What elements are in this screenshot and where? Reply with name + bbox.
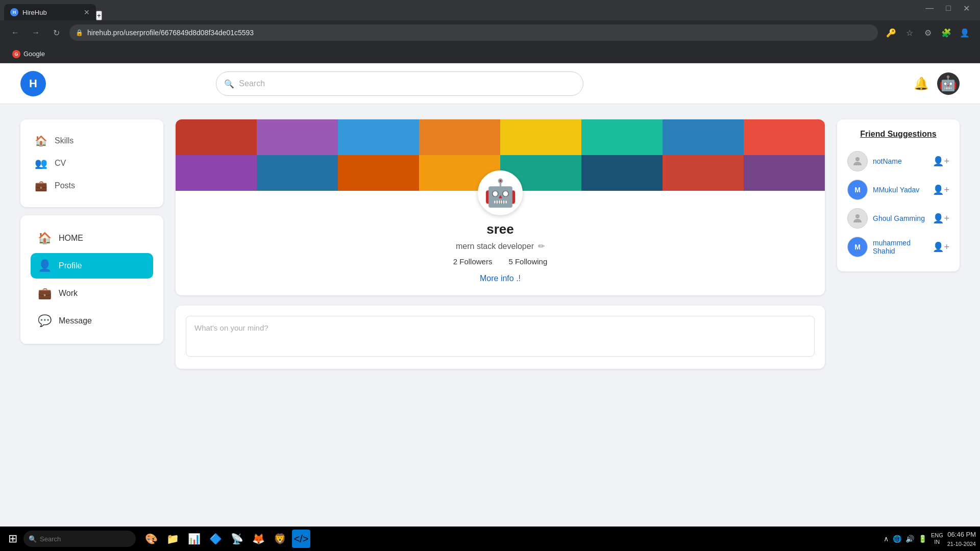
friend-avatar-2 (847, 208, 868, 229)
following-count: 5 Following (508, 257, 547, 266)
taskbar-clock[interactable]: 06:46 PM 21-10-2024 (947, 530, 976, 548)
taskbar-search-input[interactable] (23, 531, 136, 547)
taskbar-apps: 🎨 📁 📊 🔷 📡 🦊 🦁 </> (142, 530, 310, 548)
taskbar-app-signal[interactable]: 📡 (228, 530, 246, 548)
chevron-up-icon[interactable]: ∧ (884, 535, 889, 543)
left-sidebar: 🏠 Skills 👥 CV 💼 Posts (20, 119, 163, 511)
friend-suggestions-card: Friend Suggestions notName 👤+ M MMukul Y… (837, 119, 960, 271)
battery-icon[interactable]: 🔋 (918, 535, 927, 543)
center-content: 🤖 sree mern stack developer ✏ 2 Follower… (176, 119, 825, 511)
taskbar-app-folder[interactable]: 📁 (163, 530, 182, 548)
taskbar-app-chart[interactable]: 📊 (185, 530, 203, 548)
settings-icon[interactable]: ⚙ (921, 26, 935, 40)
friend-avatar-3: M (847, 237, 868, 257)
friend-avatar-1: M (847, 180, 868, 200)
sidebar-item-cv[interactable]: 👥 CV (31, 152, 153, 174)
sidebar-item-home[interactable]: 🏠 HOME (31, 226, 153, 251)
friend-item-0: notName 👤+ (847, 147, 949, 176)
clock-time: 06:46 PM (947, 530, 976, 540)
taskbar-app-paint[interactable]: 🎨 (142, 530, 160, 548)
url-display: hirehub.pro/userprofile/6676849d8d08f34d… (87, 29, 872, 37)
message-nav-icon: 💬 (38, 314, 52, 328)
friend-name-1[interactable]: MMukul Yadav (873, 186, 927, 194)
sound-icon[interactable]: 🔊 (905, 535, 914, 543)
profile-name: sree (188, 221, 813, 237)
add-friend-button-3[interactable]: 👤+ (933, 241, 949, 253)
app-logo[interactable]: H (20, 71, 46, 96)
followers-row: 2 Followers 5 Following (188, 257, 813, 266)
profile-avatar[interactable]: 🤖 (478, 170, 523, 215)
avatar-emoji: 🤖 (939, 75, 957, 92)
taskbar-app-brave[interactable]: 🦁 (271, 530, 289, 548)
friend-name-0[interactable]: notName (873, 157, 927, 165)
app-header: H 🔍 🔔 🤖 (0, 63, 980, 104)
profile-info: sree mern stack developer ✏ 2 Followers … (176, 215, 825, 295)
taskbar-right: ∧ 🌐 🔊 🔋 ENGIN 06:46 PM 21-10-2024 (884, 530, 976, 548)
sidebar-item-message[interactable]: 💬 Message (31, 308, 153, 334)
extension-icon[interactable]: 🧩 (939, 26, 953, 40)
sidebar-top-card: 🏠 Skills 👥 CV 💼 Posts (20, 119, 163, 207)
friend-avatar-0 (847, 151, 868, 171)
add-friend-button-2[interactable]: 👤+ (933, 213, 949, 224)
tab-close-button[interactable]: ✕ (84, 8, 90, 16)
right-sidebar: Friend Suggestions notName 👤+ M MMukul Y… (837, 119, 960, 511)
profile-nav-icon: 👤 (38, 259, 52, 272)
clock-date: 21-10-2024 (947, 540, 976, 548)
friend-name-3[interactable]: muhammed Shahid (873, 239, 927, 255)
svg-point-1 (855, 214, 860, 218)
home-nav-icon: 🏠 (38, 232, 52, 245)
sidebar-item-posts[interactable]: 💼 Posts (31, 174, 153, 197)
more-info-button[interactable]: More info .! (480, 274, 521, 283)
notification-button[interactable]: 🔔 (914, 77, 929, 91)
friend-name-2[interactable]: Ghoul Gamming (873, 214, 927, 222)
close-button[interactable]: ✕ (957, 0, 976, 20)
tab-favicon: H (10, 8, 18, 16)
minimize-button[interactable]: — (919, 0, 940, 20)
svg-point-0 (855, 157, 860, 161)
sidebar-item-work[interactable]: 💼 Work (31, 281, 153, 306)
toolbar-icons: 🔑 ☆ ⚙ 🧩 👤 (884, 26, 972, 40)
network-icon[interactable]: 🌐 (893, 535, 901, 543)
language-indicator[interactable]: ENGIN (931, 532, 943, 545)
bookmark-google[interactable]: G Google (8, 48, 49, 60)
taskbar-app-blue[interactable]: 🔷 (206, 530, 225, 548)
profile-icon[interactable]: 👤 (958, 26, 972, 40)
search-bar-wrap: 🔍 (216, 71, 583, 96)
add-friend-button-0[interactable]: 👤+ (933, 156, 949, 167)
add-friend-button-1[interactable]: 👤+ (933, 184, 949, 195)
taskbar-app-vscode[interactable]: </> (292, 530, 310, 548)
user-avatar[interactable]: 🤖 (937, 72, 960, 95)
post-textarea[interactable] (186, 316, 815, 357)
taskbar-app-firefox[interactable]: 🦊 (249, 530, 267, 548)
bookmarks-bar: G Google (0, 45, 980, 63)
taskbar-search-icon: 🔍 (29, 535, 37, 543)
profile-bio: mern stack developer (456, 242, 534, 251)
reload-button[interactable]: ↻ (49, 26, 63, 40)
taskbar-sys-icons: ∧ 🌐 🔊 🔋 ENGIN (884, 532, 943, 545)
new-tab-button[interactable]: + (96, 11, 102, 20)
password-icon[interactable]: 🔑 (884, 26, 898, 40)
search-input[interactable] (216, 71, 583, 96)
home-icon: 🏠 (35, 135, 47, 147)
start-button[interactable]: ⊞ (4, 532, 21, 545)
main-layout: 🏠 Skills 👥 CV 💼 Posts (0, 104, 980, 527)
sidebar-posts-label: Posts (55, 181, 75, 190)
back-button[interactable]: ← (8, 26, 22, 40)
sidebar-home-label: HOME (59, 234, 83, 243)
bookmark-icon[interactable]: ☆ (902, 26, 917, 40)
address-bar: ← → ↻ 🔒 hirehub.pro/userprofile/6676849d… (0, 20, 980, 45)
edit-bio-icon[interactable]: ✏ (538, 241, 545, 251)
app-content: H 🔍 🔔 🤖 🏠 Skills (0, 63, 980, 527)
maximize-button[interactable]: □ (940, 0, 957, 20)
header-right: 🔔 🤖 (914, 72, 960, 95)
profile-bio-row: mern stack developer ✏ (188, 241, 813, 251)
profile-avatar-wrap: 🤖 (176, 170, 825, 215)
hirehub-tab[interactable]: H HireHub ✕ (4, 4, 96, 20)
sidebar-nav-card: 🏠 HOME 👤 Profile 💼 Work 💬 (20, 215, 163, 344)
google-favicon: G (12, 50, 20, 58)
forward-button[interactable]: → (29, 26, 43, 40)
address-input-wrap[interactable]: 🔒 hirehub.pro/userprofile/6676849d8d08f3… (69, 24, 878, 41)
sidebar-item-profile[interactable]: 👤 Profile (31, 253, 153, 279)
sidebar-item-skills[interactable]: 🏠 Skills (31, 130, 153, 152)
followers-count: 2 Followers (453, 257, 493, 266)
